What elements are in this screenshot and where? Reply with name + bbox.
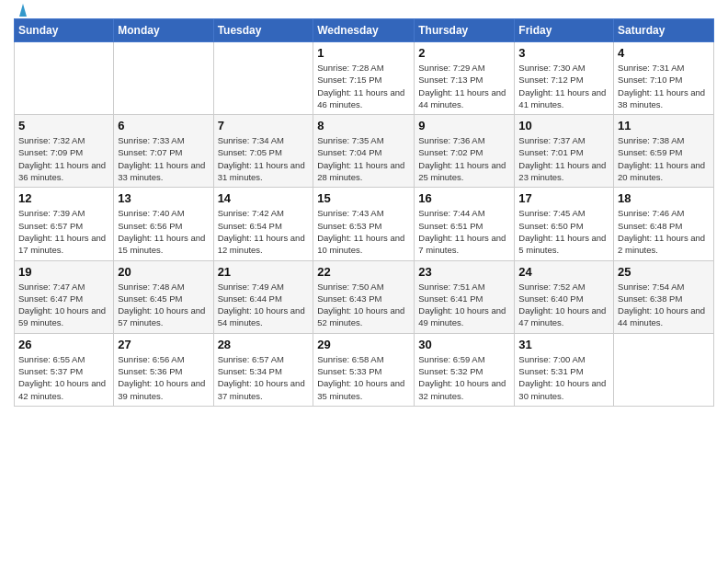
- day-detail: Sunrise: 7:45 AM Sunset: 6:50 PM Dayligh…: [518, 207, 609, 256]
- day-number: 28: [218, 338, 310, 351]
- logo-triangle-icon: [15, 2, 31, 17]
- calendar-week-row: 19Sunrise: 7:47 AM Sunset: 6:47 PM Dayli…: [15, 260, 714, 333]
- calendar-cell: 15Sunrise: 7:43 AM Sunset: 6:53 PM Dayli…: [313, 188, 415, 260]
- calendar-cell: 10Sunrise: 7:37 AM Sunset: 7:01 PM Dayli…: [515, 115, 614, 188]
- day-number: 2: [418, 46, 510, 60]
- calendar-cell: 1Sunrise: 7:28 AM Sunset: 7:15 PM Daylig…: [313, 42, 415, 115]
- day-detail: Sunrise: 7:29 AM Sunset: 7:13 PM Dayligh…: [418, 62, 510, 110]
- day-detail: Sunrise: 7:52 AM Sunset: 6:40 PM Dayligh…: [518, 281, 609, 329]
- calendar-header-row: SundayMondayTuesdayWednesdayThursdayFrid…: [15, 19, 714, 42]
- calendar-cell: 30Sunrise: 6:59 AM Sunset: 5:32 PM Dayli…: [415, 333, 515, 406]
- calendar-cell: 3Sunrise: 7:30 AM Sunset: 7:12 PM Daylig…: [515, 42, 614, 115]
- calendar-cell: 29Sunrise: 6:58 AM Sunset: 5:33 PM Dayli…: [313, 333, 415, 406]
- calendar-week-row: 26Sunrise: 6:55 AM Sunset: 5:37 PM Dayli…: [15, 333, 714, 406]
- header: [14, 9, 714, 13]
- day-number: 13: [118, 191, 209, 205]
- day-detail: Sunrise: 7:47 AM Sunset: 6:47 PM Dayligh…: [18, 281, 109, 329]
- day-detail: Sunrise: 7:40 AM Sunset: 6:56 PM Dayligh…: [118, 207, 209, 256]
- day-detail: Sunrise: 6:57 AM Sunset: 5:34 PM Dayligh…: [218, 353, 310, 402]
- day-number: 15: [317, 191, 410, 205]
- calendar-cell: [114, 42, 213, 115]
- day-number: 12: [18, 191, 109, 205]
- calendar-cell: 24Sunrise: 7:52 AM Sunset: 6:40 PM Dayli…: [515, 260, 614, 333]
- calendar-cell: 26Sunrise: 6:55 AM Sunset: 5:37 PM Dayli…: [15, 333, 114, 406]
- calendar-cell: 25Sunrise: 7:54 AM Sunset: 6:38 PM Dayli…: [614, 260, 714, 333]
- day-detail: Sunrise: 7:54 AM Sunset: 6:38 PM Dayligh…: [618, 281, 710, 329]
- svg-marker-0: [19, 4, 27, 17]
- calendar-table: SundayMondayTuesdayWednesdayThursdayFrid…: [14, 18, 714, 407]
- day-number: 17: [518, 191, 609, 205]
- day-number: 4: [618, 46, 710, 60]
- day-number: 10: [518, 119, 609, 132]
- day-number: 29: [317, 338, 410, 351]
- day-detail: Sunrise: 7:43 AM Sunset: 6:53 PM Dayligh…: [317, 207, 410, 256]
- day-number: 8: [317, 119, 410, 132]
- weekday-header-sunday: Sunday: [15, 19, 114, 42]
- day-number: 26: [18, 338, 109, 351]
- day-detail: Sunrise: 7:51 AM Sunset: 6:41 PM Dayligh…: [418, 281, 510, 329]
- day-detail: Sunrise: 7:32 AM Sunset: 7:09 PM Dayligh…: [18, 134, 109, 183]
- day-number: 23: [418, 265, 510, 279]
- day-detail: Sunrise: 7:42 AM Sunset: 6:54 PM Dayligh…: [218, 207, 310, 256]
- day-number: 22: [317, 265, 410, 279]
- calendar-cell: 7Sunrise: 7:34 AM Sunset: 7:05 PM Daylig…: [213, 115, 313, 188]
- day-detail: Sunrise: 7:35 AM Sunset: 7:04 PM Dayligh…: [317, 134, 410, 183]
- calendar-cell: 6Sunrise: 7:33 AM Sunset: 7:07 PM Daylig…: [114, 115, 213, 188]
- day-detail: Sunrise: 7:00 AM Sunset: 5:31 PM Dayligh…: [518, 353, 609, 402]
- calendar-cell: 9Sunrise: 7:36 AM Sunset: 7:02 PM Daylig…: [415, 115, 515, 188]
- calendar-week-row: 12Sunrise: 7:39 AM Sunset: 6:57 PM Dayli…: [15, 188, 714, 260]
- day-detail: Sunrise: 7:44 AM Sunset: 6:51 PM Dayligh…: [418, 207, 510, 256]
- calendar-cell: [15, 42, 114, 115]
- day-number: 9: [418, 119, 510, 132]
- day-number: 16: [418, 191, 510, 205]
- calendar-week-row: 1Sunrise: 7:28 AM Sunset: 7:15 PM Daylig…: [15, 42, 714, 115]
- calendar-cell: 4Sunrise: 7:31 AM Sunset: 7:10 PM Daylig…: [614, 42, 714, 115]
- day-detail: Sunrise: 7:31 AM Sunset: 7:10 PM Dayligh…: [618, 62, 710, 110]
- weekday-header-thursday: Thursday: [415, 19, 515, 42]
- calendar-cell: 2Sunrise: 7:29 AM Sunset: 7:13 PM Daylig…: [415, 42, 515, 115]
- calendar-cell: 18Sunrise: 7:46 AM Sunset: 6:48 PM Dayli…: [614, 188, 714, 260]
- day-number: 6: [118, 119, 209, 132]
- day-number: 30: [418, 338, 510, 351]
- day-number: 24: [518, 265, 609, 279]
- page: SundayMondayTuesdayWednesdayThursdayFrid…: [0, 0, 728, 563]
- calendar-cell: 11Sunrise: 7:38 AM Sunset: 6:59 PM Dayli…: [614, 115, 714, 188]
- day-detail: Sunrise: 6:55 AM Sunset: 5:37 PM Dayligh…: [18, 353, 109, 402]
- day-detail: Sunrise: 7:38 AM Sunset: 6:59 PM Dayligh…: [618, 134, 710, 183]
- day-number: 21: [218, 265, 310, 279]
- day-number: 11: [618, 119, 710, 132]
- day-number: 3: [518, 46, 609, 60]
- day-detail: Sunrise: 7:28 AM Sunset: 7:15 PM Dayligh…: [317, 62, 410, 110]
- day-detail: Sunrise: 7:48 AM Sunset: 6:45 PM Dayligh…: [118, 281, 209, 329]
- weekday-header-saturday: Saturday: [614, 19, 714, 42]
- day-detail: Sunrise: 7:50 AM Sunset: 6:43 PM Dayligh…: [317, 281, 410, 329]
- weekday-header-monday: Monday: [114, 19, 213, 42]
- day-detail: Sunrise: 7:34 AM Sunset: 7:05 PM Dayligh…: [218, 134, 310, 183]
- day-detail: Sunrise: 7:49 AM Sunset: 6:44 PM Dayligh…: [218, 281, 310, 329]
- calendar-cell: 12Sunrise: 7:39 AM Sunset: 6:57 PM Dayli…: [15, 188, 114, 260]
- calendar-cell: 16Sunrise: 7:44 AM Sunset: 6:51 PM Dayli…: [415, 188, 515, 260]
- day-detail: Sunrise: 6:58 AM Sunset: 5:33 PM Dayligh…: [317, 353, 410, 402]
- calendar-cell: [614, 333, 714, 406]
- day-detail: Sunrise: 7:30 AM Sunset: 7:12 PM Dayligh…: [518, 62, 609, 110]
- calendar-cell: 19Sunrise: 7:47 AM Sunset: 6:47 PM Dayli…: [15, 260, 114, 333]
- day-detail: Sunrise: 7:39 AM Sunset: 6:57 PM Dayligh…: [18, 207, 109, 256]
- day-number: 18: [618, 191, 710, 205]
- calendar-cell: 23Sunrise: 7:51 AM Sunset: 6:41 PM Dayli…: [415, 260, 515, 333]
- calendar-cell: 28Sunrise: 6:57 AM Sunset: 5:34 PM Dayli…: [213, 333, 313, 406]
- day-number: 1: [317, 46, 410, 60]
- calendar-cell: 8Sunrise: 7:35 AM Sunset: 7:04 PM Daylig…: [313, 115, 415, 188]
- day-detail: Sunrise: 7:46 AM Sunset: 6:48 PM Dayligh…: [618, 207, 710, 256]
- calendar-cell: 14Sunrise: 7:42 AM Sunset: 6:54 PM Dayli…: [213, 188, 313, 260]
- weekday-header-friday: Friday: [515, 19, 614, 42]
- day-number: 7: [218, 119, 310, 132]
- weekday-header-wednesday: Wednesday: [313, 19, 415, 42]
- calendar-week-row: 5Sunrise: 7:32 AM Sunset: 7:09 PM Daylig…: [15, 115, 714, 188]
- calendar-cell: 22Sunrise: 7:50 AM Sunset: 6:43 PM Dayli…: [313, 260, 415, 333]
- day-detail: Sunrise: 6:59 AM Sunset: 5:32 PM Dayligh…: [418, 353, 510, 402]
- calendar-cell: 31Sunrise: 7:00 AM Sunset: 5:31 PM Dayli…: [515, 333, 614, 406]
- day-number: 14: [218, 191, 310, 205]
- calendar-cell: 27Sunrise: 6:56 AM Sunset: 5:36 PM Dayli…: [114, 333, 213, 406]
- weekday-header-tuesday: Tuesday: [213, 19, 313, 42]
- calendar-cell: [213, 42, 313, 115]
